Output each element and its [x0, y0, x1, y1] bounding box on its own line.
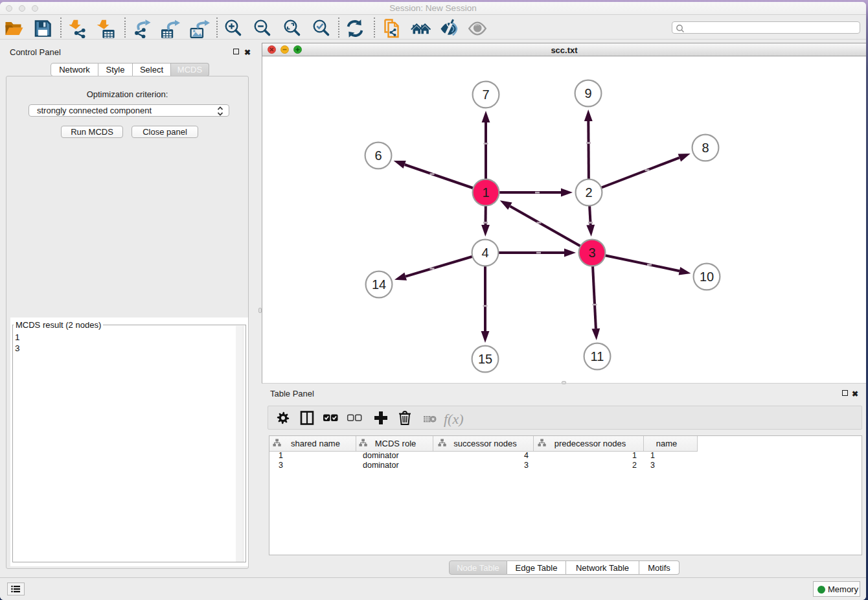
svg-text:10: 10 [700, 270, 714, 284]
svg-text:2: 2 [585, 185, 592, 200]
svg-text:11: 11 [591, 349, 604, 363]
svg-text:8: 8 [702, 141, 709, 155]
svg-text:4: 4 [481, 246, 488, 260]
svg-text:7: 7 [482, 87, 489, 102]
svg-text:15: 15 [478, 352, 492, 366]
svg-text:14: 14 [372, 277, 386, 292]
svg-text:3: 3 [588, 246, 595, 260]
svg-text:9: 9 [584, 86, 591, 100]
svg-text:6: 6 [374, 148, 382, 163]
svg-text:1: 1 [482, 185, 489, 200]
